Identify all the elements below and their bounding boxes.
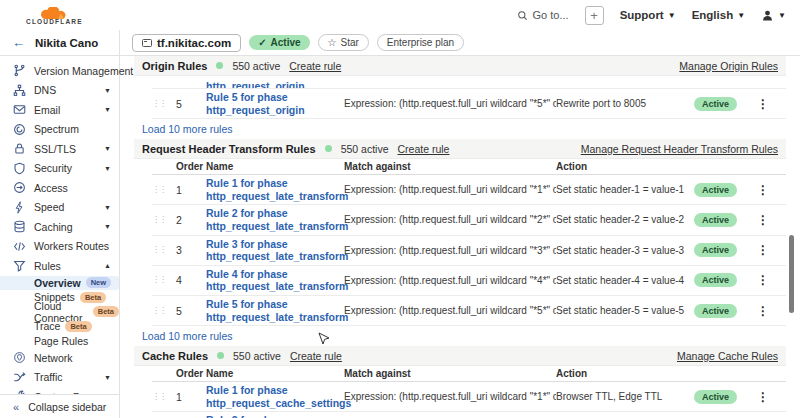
vertical-scrollbar[interactable] [789,235,794,313]
back-arrow-icon[interactable]: ← [12,35,25,50]
access-icon [13,181,26,194]
manage-transform-rules-link[interactable]: Manage Request Header Transform Rules [581,143,778,155]
filter-icon [13,259,26,272]
rule-name-link[interactable]: Rule 4 for phasehttp_request_late_transf… [206,268,344,293]
top-bar: CLOUDFLARE Go to... + Support ▼ English … [0,0,800,30]
kebab-menu-icon[interactable]: ⋮ [757,213,769,227]
dns-icon [13,84,26,97]
sidebar-item-page-rules[interactable]: Page Rules [0,334,119,349]
star-button[interactable]: ☆ Star [318,34,369,51]
active-dot-icon [325,145,332,152]
chevron-down-icon: ▼ [104,223,111,230]
status-badge: Active [694,243,737,257]
sidebar-item-ssl-tls[interactable]: SSL/TLS ▼ [0,139,119,159]
sidebar-item-email[interactable]: Email ▼ [0,100,119,120]
rule-name-link[interactable]: Rule 1 for phasehttp_request_cache_setti… [206,384,344,409]
rule-name-link[interactable]: Rule 2 for phasehttp_request_late_transf… [206,207,344,232]
rule-name-link[interactable]: Rule 5 for phasehttp_request_late_transf… [206,298,344,323]
create-rule-link[interactable]: Create rule [290,350,342,362]
partial-rule-row: http_request_origin [206,76,786,88]
section-title: Request Header Transform Rules [142,143,316,155]
check-icon: ✓ [258,37,266,48]
table-row: ⋮⋮ 3 Rule 3 for phasehttp_request_late_t… [152,236,786,266]
chevron-down-icon: ▼ [668,11,676,20]
cache-rules-header: Cache Rules 550 active Create rule Manag… [134,346,786,366]
kebab-menu-icon[interactable]: ⋮ [757,183,769,197]
table-row: ⋮⋮ 2 Rule 2 for phasehttp_request_cache_… [152,412,786,418]
status-badge: Active [694,304,737,318]
table-column-headers: Order Name Match against Action [152,366,786,382]
create-rule-link[interactable]: Create rule [398,143,450,155]
language-menu[interactable]: English ▼ [692,9,745,21]
shield-icon [13,162,26,175]
drag-handle-icon[interactable]: ⋮⋮ [152,307,176,315]
star-icon: ☆ [328,37,337,48]
sidebar-item-speed[interactable]: Speed ▼ [0,198,119,218]
active-count: 550 active [341,143,389,155]
spectrum-icon [13,123,26,136]
drag-handle-icon[interactable]: ⋮⋮ [152,186,176,194]
email-icon [13,103,26,116]
manage-origin-rules-link[interactable]: Manage Origin Rules [679,60,778,72]
status-badge: Active [694,183,737,197]
chevron-down-icon: ▼ [104,145,111,152]
drag-handle-icon[interactable]: ⋮⋮ [152,216,176,224]
load-more-link[interactable]: Load 10 more rules [134,119,786,139]
sidebar-item-security[interactable]: Security ▼ [0,159,119,179]
table-row: ⋮⋮ 5 Rule 5 for phase http_request_origi… [152,88,786,119]
chevron-up-icon: ▲ [104,262,111,269]
sidebar-item-spectrum[interactable]: Spectrum [0,120,119,140]
sidebar-item-network[interactable]: Network [0,348,119,368]
kebab-menu-icon[interactable]: ⋮ [757,304,769,318]
chevron-down-icon: ▼ [737,11,745,20]
account-menu[interactable]: ▼ [761,9,786,22]
collapse-sidebar-button[interactable]: « Collapse sidebar [0,394,119,418]
rule-name-link[interactable]: Rule 2 for phasehttp_request_cache_setti… [206,414,344,418]
drag-handle-icon[interactable]: ⋮⋮ [152,246,176,254]
mouse-cursor [318,332,330,350]
manage-cache-rules-link[interactable]: Manage Cache Rules [677,350,778,362]
domain-selector[interactable]: tf.nikitac.com [132,34,241,52]
sidebar-item-overview[interactable]: Overview New [0,276,119,291]
branch-icon [13,64,26,77]
beta-badge: Beta [65,321,91,332]
rule-name-link[interactable]: Rule 5 for phase http_request_origin [206,91,344,116]
kebab-menu-icon[interactable]: ⋮ [757,390,769,404]
sidebar-item-version-management[interactable]: Version Management [0,61,119,81]
sidebar-item-trace[interactable]: Trace Beta [0,319,119,334]
kebab-menu-icon[interactable]: ⋮ [757,273,769,287]
rule-name-link[interactable]: Rule 3 for phasehttp_request_late_transf… [206,238,344,263]
sidebar-item-caching[interactable]: Caching ▼ [0,217,119,237]
sidebar-item-rules[interactable]: Rules ▲ [0,256,119,276]
rule-action: Rewrite port to 8005 [556,98,694,109]
load-more-link[interactable]: Load 10 more rules [134,326,786,346]
sidebar-item-access[interactable]: Access [0,178,119,198]
collapse-icon: « [13,401,19,413]
section-title: Origin Rules [142,60,207,72]
status-badge: Active [694,273,737,287]
rule-name-link[interactable]: Rule 1 for phasehttp_request_late_transf… [206,177,344,202]
drag-handle-icon[interactable]: ⋮⋮ [152,393,176,401]
table-row: ⋮⋮ 1 Rule 1 for phasehttp_request_cache_… [152,382,786,412]
bolt-icon [13,201,26,214]
drag-handle-icon[interactable]: ⋮⋮ [152,276,176,284]
section-title: Cache Rules [142,350,208,362]
table-row: ⋮⋮ 2 Rule 2 for phasehttp_request_late_t… [152,205,786,235]
kebab-menu-icon[interactable]: ⋮ [757,243,769,257]
add-site-button[interactable]: + [585,6,604,25]
status-badge: Active [694,97,737,111]
support-menu[interactable]: Support ▼ [620,9,676,21]
create-rule-link[interactable]: Create rule [289,60,341,72]
active-dot-icon [216,62,223,69]
sidebar-item-dns[interactable]: DNS ▼ [0,81,119,101]
sidebar-item-workers-routes[interactable]: Workers Routes [0,237,119,257]
cloudflare-logo[interactable]: CLOUDFLARE [26,7,83,26]
sidebar-item-traffic[interactable]: Traffic ▼ [0,368,119,388]
sidebar: Version Management DNS ▼ Email ▼ Spectru… [0,56,120,418]
goto-search[interactable]: Go to... [517,9,569,21]
search-icon [517,10,528,21]
sidebar-item-cloud-connector[interactable]: Cloud Connector Beta [0,305,119,320]
drag-handle-icon[interactable]: ⋮⋮ [152,100,176,108]
kebab-menu-icon[interactable]: ⋮ [757,97,769,111]
chevron-down-icon: ▼ [104,87,111,94]
